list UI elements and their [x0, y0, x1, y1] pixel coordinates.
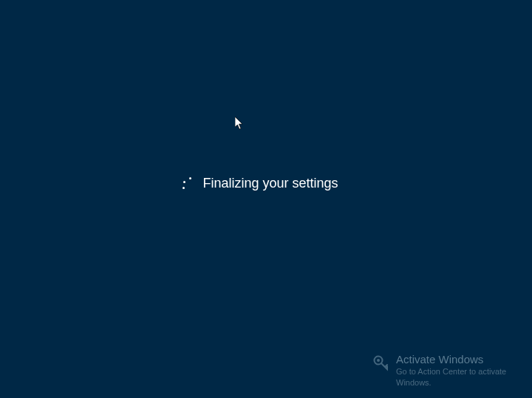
- status-message: Finalizing your settings: [202, 176, 338, 191]
- loading-spinner-icon: [180, 176, 195, 191]
- svg-point-1: [377, 359, 380, 362]
- watermark-title: Activate Windows: [396, 353, 522, 366]
- watermark-subtitle: Go to Action Center to activate Windows.: [396, 366, 522, 388]
- mouse-cursor-icon: [235, 117, 244, 130]
- key-icon: [372, 354, 390, 372]
- activation-watermark: Activate Windows Go to Action Center to …: [372, 353, 522, 388]
- watermark-text: Activate Windows Go to Action Center to …: [396, 353, 522, 388]
- setup-status-area: Finalizing your settings: [0, 176, 532, 191]
